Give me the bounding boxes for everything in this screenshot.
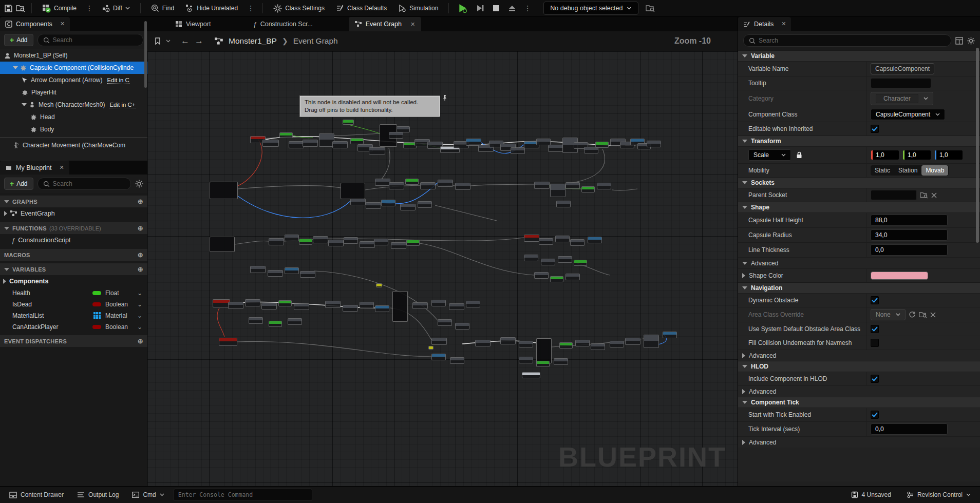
graph-node[interactable] xyxy=(288,318,302,325)
graph-node[interactable] xyxy=(269,321,282,327)
graph-node[interactable] xyxy=(269,238,284,245)
graph-node[interactable] xyxy=(555,236,570,242)
graph-node[interactable] xyxy=(431,354,446,360)
mobility-option-movab[interactable]: Movab xyxy=(921,165,948,176)
sidebar-item-eventgraph[interactable]: EventGraph xyxy=(0,207,147,220)
my-blueprint-search-input[interactable]: Search xyxy=(37,178,131,190)
details-search-input[interactable]: Search xyxy=(743,34,951,47)
graph-node[interactable] xyxy=(591,343,605,350)
graph-node[interactable] xyxy=(541,259,555,265)
graph-node[interactable] xyxy=(400,204,416,210)
unsaved-button[interactable]: 4 Unsaved xyxy=(847,489,895,500)
add-graph-icon[interactable]: ⊕ xyxy=(138,198,143,205)
add-macro-icon[interactable]: ⊕ xyxy=(138,251,143,259)
section-header-component-tick[interactable]: Component Tick xyxy=(738,397,980,408)
graph-node[interactable] xyxy=(405,179,419,185)
graph-node[interactable] xyxy=(597,183,611,189)
graph-node[interactable] xyxy=(550,184,566,197)
tab-my-blueprint[interactable]: My Blueprint ✕ xyxy=(0,161,69,175)
tree-row[interactable]: Body xyxy=(0,123,147,136)
graph-node[interactable] xyxy=(524,255,538,261)
graph-node[interactable] xyxy=(438,180,453,187)
graph-node[interactable] xyxy=(570,239,585,246)
diff-button[interactable]: Diff xyxy=(98,3,134,14)
chevron-down-icon[interactable]: ⌄ xyxy=(137,323,142,331)
tooltip-input[interactable] xyxy=(871,78,931,88)
graph-node[interactable] xyxy=(575,340,590,346)
graph-node[interactable] xyxy=(278,300,292,306)
graph-node[interactable] xyxy=(289,141,304,148)
mobility-segmented-control[interactable]: StaticStationMovab xyxy=(871,165,949,176)
graph-tab-viewport[interactable]: Viewport xyxy=(169,17,217,31)
checkbox-editable-when-inherited[interactable] xyxy=(871,125,879,133)
play-options-kebab[interactable]: ⋮ xyxy=(522,4,533,12)
expand-triangle-icon[interactable] xyxy=(3,279,6,284)
graph-node[interactable] xyxy=(332,141,348,148)
clear-icon[interactable] xyxy=(930,312,936,318)
add-blueprint-item-button[interactable]: +Add xyxy=(4,178,33,190)
edit-in-cpp-link[interactable]: Edit in C xyxy=(107,77,129,84)
checkbox-dynamic-obstacle[interactable] xyxy=(871,296,879,304)
variable-row-materiallist[interactable]: MaterialListMaterial⌄ xyxy=(0,310,147,321)
collapse-triangle-icon[interactable] xyxy=(13,66,18,69)
tree-row[interactable]: PlayerHit xyxy=(0,86,147,99)
graph-node[interactable] xyxy=(285,235,299,241)
mobility-option-station[interactable]: Station xyxy=(894,165,921,176)
capsule-radius-input[interactable]: 34,0 xyxy=(871,229,948,241)
graph-node[interactable] xyxy=(418,201,432,208)
graph-node[interactable] xyxy=(574,260,587,266)
line-thickness-input[interactable]: 0,0 xyxy=(871,244,948,256)
sidebar-item-constructionscript[interactable]: ƒ ConstructionScript xyxy=(0,234,147,246)
section-header-navigation[interactable]: Navigation xyxy=(738,282,980,293)
graph-node[interactable] xyxy=(647,141,661,147)
graph-node[interactable] xyxy=(428,346,434,350)
class-settings-button[interactable]: Class Settings xyxy=(269,2,329,15)
graph-node[interactable] xyxy=(524,235,539,242)
capsule-half-height-input[interactable]: 88,0 xyxy=(871,215,948,226)
graph-node[interactable] xyxy=(360,241,375,248)
hide-unrelated-button[interactable]: Hide Unrelated xyxy=(181,2,242,14)
hide-unrelated-kebab[interactable]: ⋮ xyxy=(245,4,256,12)
graph-node[interactable] xyxy=(566,274,580,280)
variables-section-header[interactable]: VARIABLES⊕ xyxy=(0,263,147,275)
variable-row-canattackplayer[interactable]: CanAttackPlayerBoolean⌄ xyxy=(0,321,147,333)
chevron-down-icon[interactable]: ⌄ xyxy=(137,289,142,297)
tree-row[interactable]: Arrow Component (Arrow)Edit in C xyxy=(0,74,147,86)
graph-node[interactable] xyxy=(213,299,230,307)
graph-node[interactable] xyxy=(210,182,238,199)
breadcrumb-root[interactable]: Monster1_BP xyxy=(229,36,277,46)
graph-node[interactable] xyxy=(350,138,364,144)
graph-node[interactable] xyxy=(344,237,358,244)
checkbox-include-component-in-hlod[interactable] xyxy=(871,375,879,383)
graph-node[interactable] xyxy=(534,182,550,189)
graph-node[interactable] xyxy=(300,271,315,278)
class-defaults-button[interactable]: Class Defaults xyxy=(332,2,391,14)
graph-node[interactable] xyxy=(625,338,640,345)
browse-icon[interactable] xyxy=(919,311,927,318)
chevron-down-icon[interactable]: ⌄ xyxy=(137,312,142,319)
graph-node[interactable] xyxy=(343,305,358,312)
graph-node[interactable] xyxy=(228,302,243,309)
graph-node[interactable] xyxy=(245,299,260,306)
chevron-down-icon[interactable]: ⌄ xyxy=(137,301,142,308)
eject-button[interactable] xyxy=(505,5,519,12)
graph-node[interactable] xyxy=(550,276,563,282)
graph-node[interactable] xyxy=(369,147,385,154)
clear-icon[interactable] xyxy=(931,192,937,198)
category-dropdown[interactable]: Character xyxy=(871,92,933,105)
bookmark-icon[interactable] xyxy=(155,37,161,45)
graph-node[interactable] xyxy=(397,126,410,132)
lock-icon[interactable] xyxy=(796,151,802,159)
console-command-input[interactable]: Enter Console Command xyxy=(174,489,312,501)
graph-tab-event-graph[interactable]: Event Graph✕ xyxy=(349,17,421,31)
scale-dropdown[interactable]: Scale xyxy=(748,149,791,161)
simulation-button[interactable]: Simulation xyxy=(394,2,442,14)
section-header-sockets[interactable]: Sockets xyxy=(738,177,980,188)
tick-interval-secs--input[interactable]: 0,0 xyxy=(871,423,948,435)
checkbox-start-with-tick-enabled[interactable] xyxy=(871,411,879,419)
graph-node[interactable] xyxy=(249,317,263,324)
graph-node[interactable] xyxy=(328,240,344,246)
graph-node[interactable] xyxy=(475,340,491,346)
graph-node[interactable] xyxy=(375,179,390,186)
tree-row[interactable]: Head xyxy=(0,111,147,123)
